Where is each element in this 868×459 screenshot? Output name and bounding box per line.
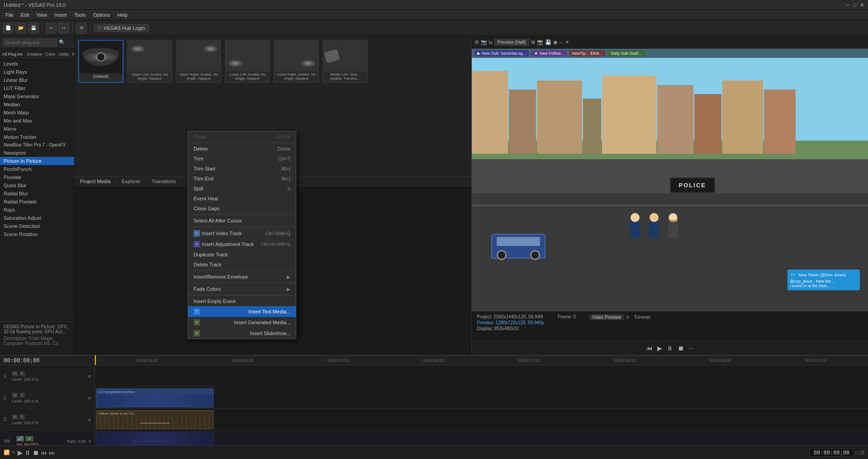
plugin-item-motion[interactable]: Motion Tracker <box>0 133 74 141</box>
plugin-item-mask-gen[interactable]: Mask Generator <box>0 92 74 100</box>
menu-options[interactable]: Options <box>90 11 114 19</box>
close-preview-icon[interactable]: ✕ <box>626 314 630 320</box>
tab-creative[interactable]: Creative <box>25 51 44 57</box>
ctx-trim-start[interactable]: Trim Start Alt+[ <box>188 164 296 174</box>
save-btn[interactable]: 💾 <box>28 23 39 33</box>
ctx-insert-text-media[interactable]: T Insert Text Media... <box>188 306 296 317</box>
ctx-select-all-after-cursor[interactable]: Select All After Cursor <box>188 216 296 226</box>
play-btn[interactable]: ▶ <box>657 345 662 352</box>
track-lane-vol[interactable]: ∿∿∿∿∿∿∿∿∿∿∿∿ <box>95 431 868 445</box>
transport-next-btn[interactable]: ⏭ <box>49 449 55 456</box>
transport-stop-btn[interactable]: ⏹ <box>33 449 39 456</box>
plugin-item-light-rays[interactable]: Light Rays <box>0 68 74 76</box>
transport-prev-btn[interactable]: ⏮ <box>41 449 47 456</box>
preview-res-btn[interactable]: Preview (Half) <box>494 39 529 46</box>
clip-audio[interactable]: ∿∿∿∿∿∿∿∿∿∿∿∿ <box>96 432 213 445</box>
ctx-insert-video-track[interactable]: V Insert Video Track Ctrl+Shift+Q <box>188 228 296 239</box>
ctx-insert-slideshow[interactable]: S Insert Slideshow... <box>188 328 296 339</box>
track-1-s[interactable]: S <box>19 371 25 376</box>
search-icon[interactable]: 🔍 <box>59 39 65 45</box>
ctx-duplicate-track[interactable]: Duplicate Track <box>188 250 296 260</box>
preset-thumb-upper-right[interactable]: Upper Right, Scaled, No Angle, Opaque <box>176 40 221 83</box>
cursor-icon[interactable]: ↖ <box>12 450 16 455</box>
preview-save-icon[interactable]: 💾 <box>545 39 551 45</box>
window-controls[interactable]: ─ □ ✕ <box>845 2 864 8</box>
menu-tools[interactable]: Tools <box>71 11 90 19</box>
menu-help[interactable]: Help <box>114 11 131 19</box>
ctx-event-heal[interactable]: Event Heal <box>188 194 296 203</box>
transport-pause-btn[interactable]: ⏸ <box>24 449 31 456</box>
plugin-item-mesh-warp[interactable]: Mesh Warp <box>0 109 74 117</box>
open-btn[interactable]: 📂 <box>15 23 26 33</box>
ctx-delete-track[interactable]: Delete Track <box>188 260 296 270</box>
plugin-item-saturation[interactable]: Saturation Adjust <box>0 214 74 222</box>
track-2-s[interactable]: S <box>19 393 25 398</box>
track-2-m[interactable]: M <box>12 393 18 398</box>
preset-thumb-lower-left[interactable]: Lower Left, Scaled, No Angle, Opaque <box>225 40 270 83</box>
clip-police[interactable]: Officer Stubz is on TV... ▬▬▬▬▬▬▬▬ <box>96 410 213 429</box>
tab-blur[interactable]: Blur <box>71 51 74 57</box>
preset-thumb-upper-left[interactable]: Upper Left, Scaled, No Angle, Opaque <box>127 40 172 83</box>
plugin-item-mirror[interactable]: Mirror <box>0 125 74 133</box>
pause-btn[interactable]: ⏸ <box>667 345 673 352</box>
video-preview-tab[interactable]: Video Preview <box>589 314 624 320</box>
preview-fx-icon[interactable]: fx <box>489 40 493 45</box>
plugin-item-pinch[interactable]: Pinch/Punch <box>0 165 74 173</box>
ctx-close-gaps[interactable]: Close Gaps <box>188 203 296 213</box>
preview-minus-icon[interactable]: ─ <box>560 40 563 45</box>
stop-btn[interactable]: ⏹ <box>678 345 684 352</box>
preview-cam-icon[interactable]: 📷 <box>481 39 487 45</box>
track-vol-speaker-icon[interactable]: 🔊 <box>16 436 24 441</box>
plugin-item-scene-rotation[interactable]: Scene Rotation <box>0 230 74 238</box>
plugin-item-median[interactable]: Median <box>0 100 74 109</box>
hub-login-btn[interactable]: ⬡ VEGAS Hub Login <box>94 24 149 32</box>
plugin-item-quick-blur[interactable]: Quick Blur <box>0 181 74 189</box>
redo-btn[interactable]: ↪ <box>58 23 69 33</box>
ctx-delete[interactable]: Delete Delete <box>188 144 296 154</box>
tab-color[interactable]: Color <box>44 51 57 57</box>
loop-icon[interactable]: 🔁 <box>4 450 10 455</box>
preview-settings-icon[interactable]: ⚙ <box>474 39 479 45</box>
more-controls-btn[interactable]: ··· <box>688 345 693 351</box>
plugin-item[interactable]: Levels <box>0 60 74 68</box>
track-vol-settings-icon[interactable]: ≡ <box>89 439 91 444</box>
preset-thumb-middle-left[interactable]: Middle Left, Scal... Angled, Transluc... <box>323 40 368 83</box>
plugin-item-newsprint[interactable]: Newsprint <box>0 149 74 157</box>
clip-sunglasses[interactable]: 2-2-sunglasses-picture <box>96 388 213 407</box>
preview-scope-icon[interactable]: ◉ <box>553 39 558 45</box>
maximize-btn[interactable]: □ <box>853 2 856 8</box>
search-input[interactable] <box>3 38 57 47</box>
ctx-insert-adj-track[interactable]: A Insert Adjustment Track Ctrl+Alt+Shift… <box>188 239 296 250</box>
plugin-item-linear-blur[interactable]: Linear Blur <box>0 76 74 84</box>
ctx-insert-remove-envelope[interactable]: Insert/Remove Envelope ▶ <box>188 272 296 282</box>
transport-play-btn[interactable]: ▶ <box>18 449 23 456</box>
track-3-s[interactable]: S <box>19 414 25 420</box>
preview-grid-icon[interactable]: ⊞ <box>531 39 535 45</box>
track-3-m[interactable]: M <box>12 414 18 420</box>
ctx-insert-generated-media[interactable]: G Insert Generated Media... <box>188 317 296 328</box>
track-lane-2[interactable]: 2-2-sunglasses-picture <box>95 387 868 409</box>
ctx-trim-end[interactable]: Trim End Alt+] <box>188 174 296 184</box>
ctx-insert-empty-event[interactable]: Insert Empty Event <box>188 296 296 306</box>
trimmer-tab[interactable]: Trimmer <box>631 314 654 320</box>
track-lane-3[interactable]: Officer Stubz is on TV... ▬▬▬▬▬▬▬▬ <box>95 409 868 431</box>
plugin-item-rays[interactable]: Rays <box>0 206 74 214</box>
close-btn[interactable]: ✕ <box>860 2 864 8</box>
settings-btn[interactable]: ⚙ <box>76 23 87 33</box>
ctx-paste[interactable]: Paste Ctrl+V <box>188 132 296 142</box>
track-2-settings-icon[interactable]: ≡ <box>88 395 91 401</box>
plugin-item-radial-pix[interactable]: Radial Pixelate <box>0 198 74 206</box>
new-btn[interactable]: 📄 <box>3 23 14 33</box>
plugin-item-min-max[interactable]: Min and Max <box>0 117 74 125</box>
undo-btn[interactable]: ↩ <box>46 23 57 33</box>
ctx-split[interactable]: Split S <box>188 184 296 194</box>
menu-edit[interactable]: Edit <box>17 11 33 19</box>
ctx-fade-colors[interactable]: Fade Colors ▶ <box>188 284 296 294</box>
tab-utility[interactable]: Utility <box>57 51 71 57</box>
tab-explorer[interactable]: Explorer <box>116 177 146 185</box>
tab-all-plugins[interactable]: All Plug-ins <box>0 51 25 57</box>
plugin-item-radial-blur[interactable]: Radial Blur <box>0 189 74 198</box>
preview-snapshot-icon[interactable]: 📸 <box>537 39 543 45</box>
menu-view[interactable]: View <box>33 11 51 19</box>
preset-thumb-lower-right[interactable]: Lower Right, Scaled, No Angle, Opaque <box>274 40 319 83</box>
